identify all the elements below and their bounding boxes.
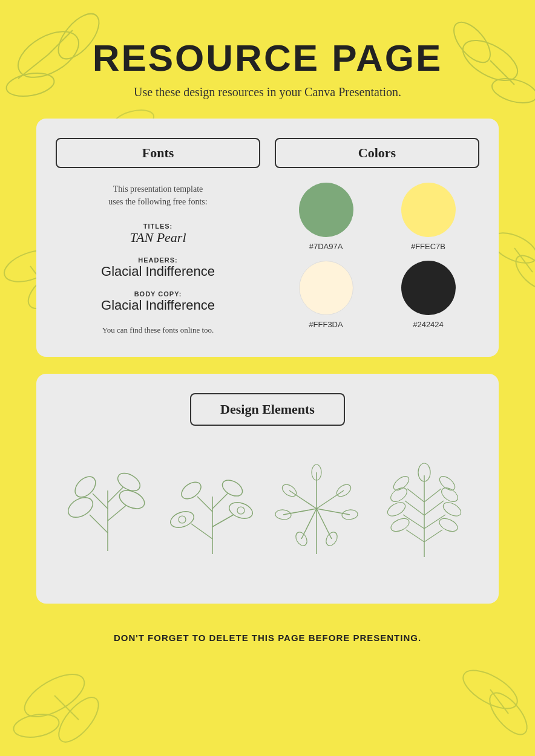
svg-line-52: [289, 490, 317, 509]
body-font: Glacial Indifference: [56, 298, 260, 313]
svg-point-20: [483, 687, 533, 741]
svg-line-61: [406, 530, 424, 542]
svg-point-40: [237, 507, 245, 514]
color-item-cream: #FFF3DA: [299, 261, 353, 329]
leaf-illustration-2: [167, 460, 258, 557]
svg-line-75: [424, 489, 441, 502]
svg-line-73: [424, 501, 444, 515]
page-subtitle: Use these design resources in your Canva…: [36, 85, 499, 99]
svg-point-64: [385, 500, 407, 519]
footer-note: DON'T FORGET TO DELETE THIS PAGE BEFORE …: [36, 633, 499, 643]
body-label: BODY COPY:: [56, 290, 260, 298]
design-elements-heading: Design Elements: [190, 393, 345, 426]
svg-point-36: [168, 509, 196, 530]
svg-line-48: [317, 509, 350, 515]
color-swatch-green: [299, 183, 353, 237]
fonts-colors-card: Fonts This presentation template uses th…: [36, 119, 499, 357]
titles-label: TITLES:: [56, 223, 260, 230]
font-note: You can find these fonts online too.: [56, 325, 260, 335]
svg-line-21: [490, 689, 508, 714]
svg-line-67: [407, 489, 424, 502]
svg-line-28: [108, 506, 126, 521]
color-item-yellow: #FFEC7B: [401, 183, 456, 251]
color-code-dark: #242424: [413, 320, 444, 329]
color-item-green: #7DA97A: [299, 183, 353, 251]
svg-line-51: [283, 509, 317, 515]
headers-label: HEADERS:: [56, 256, 260, 264]
fonts-heading: Fonts: [56, 138, 260, 168]
svg-line-41: [197, 497, 212, 512]
svg-point-16: [52, 691, 105, 749]
leaf-illustration-1: [62, 460, 153, 557]
font-intro: This presentation template uses the foll…: [56, 183, 260, 208]
page-title: RESOURCE PAGE: [36, 36, 499, 79]
svg-line-47: [317, 490, 344, 509]
svg-line-69: [424, 530, 442, 542]
color-grid: #7DA97A #FFEC7B #FFF3DA #242424: [275, 183, 479, 329]
svg-line-65: [405, 501, 424, 515]
svg-line-63: [403, 515, 424, 529]
svg-line-38: [212, 515, 234, 527]
color-swatch-yellow: [401, 183, 456, 237]
color-item-dark: #242424: [401, 261, 456, 329]
colors-section: Colors #7DA97A #FFEC7B #FFF3DA: [275, 138, 479, 329]
headers-font: Glacial Indifference: [56, 264, 260, 279]
svg-line-26: [90, 515, 108, 533]
svg-point-39: [227, 500, 255, 521]
color-swatch-cream: [299, 261, 353, 315]
svg-point-44: [220, 477, 245, 499]
svg-line-43: [212, 494, 228, 509]
svg-line-18: [54, 696, 79, 720]
color-code-cream: #FFF3DA: [309, 320, 343, 329]
color-code-yellow: #FFEC7B: [411, 242, 445, 251]
fonts-section: Fonts This presentation template uses th…: [56, 138, 260, 335]
svg-line-35: [191, 524, 212, 539]
svg-point-42: [179, 479, 204, 503]
colors-heading: Colors: [275, 138, 479, 168]
titles-font: TAN Pearl: [56, 230, 260, 246]
svg-point-17: [11, 711, 61, 741]
svg-line-30: [93, 494, 108, 509]
leaf-illustration-4: [376, 457, 473, 560]
svg-point-72: [441, 500, 463, 519]
svg-line-71: [424, 515, 445, 529]
leaf-illustrations: [56, 445, 479, 584]
color-swatch-dark: [401, 261, 456, 315]
svg-point-37: [179, 516, 186, 523]
design-elements-card: Design Elements: [36, 374, 499, 604]
leaf-illustration-3: [271, 460, 362, 557]
color-code-green: #7DA97A: [309, 242, 343, 251]
